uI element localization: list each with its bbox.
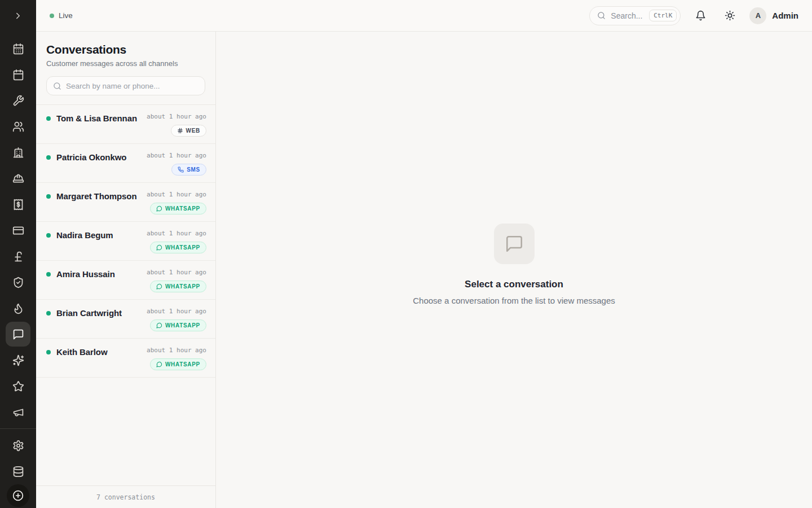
conversation-row[interactable]: Nadira Begum about 1 hour ago WHATSAPP [36, 222, 215, 261]
conversation-detail-area: Select a conversation Choose a conversat… [216, 32, 812, 508]
empty-state-subtitle: Choose a conversation from the list to v… [413, 296, 615, 305]
channel-badge: SMS [171, 164, 206, 176]
search-icon [53, 82, 61, 90]
live-status-label: Live [59, 11, 73, 20]
flame-icon [12, 303, 24, 314]
message-square-icon [12, 329, 24, 340]
nav-settings[interactable] [6, 432, 30, 458]
channel-badge-label: WHATSAPP [165, 322, 200, 329]
conversation-search [46, 76, 205, 95]
search-shortcut-badge: CtrlK [649, 10, 677, 21]
channel-badge-label: WHATSAPP [165, 244, 200, 251]
message-circle-icon [156, 361, 162, 367]
user-menu[interactable]: A Admin [749, 7, 798, 24]
conversation-search-input[interactable] [66, 82, 198, 90]
rail-nav [0, 32, 36, 484]
channel-badge: WHATSAPP [150, 358, 206, 370]
conversation-timestamp: about 1 hour ago [147, 308, 206, 315]
message-circle-icon [156, 283, 162, 290]
live-status: Live [50, 11, 73, 20]
conversation-timestamp: about 1 hour ago [147, 191, 206, 198]
phone-icon [178, 167, 184, 173]
nav-invoices[interactable] [6, 191, 30, 217]
conversation-name: Patricia Okonkwo [56, 152, 126, 162]
conversation-timestamp: about 1 hour ago [147, 230, 206, 237]
nav-reviews[interactable] [6, 373, 30, 399]
credit-card-icon [12, 225, 24, 237]
global-search-label: Search... [611, 11, 644, 20]
message-circle-icon [156, 244, 162, 251]
channel-badge: WHATSAPP [150, 203, 206, 214]
empty-state-title: Select a conversation [465, 279, 563, 290]
theme-toggle-button[interactable] [720, 6, 739, 25]
message-square-icon [505, 234, 524, 253]
nav-warranty[interactable] [6, 269, 30, 295]
nav-conversations[interactable] [6, 322, 30, 347]
channel-badge: WHATSAPP [150, 319, 206, 331]
channel-badge: WHATSAPP [150, 281, 206, 292]
conversation-row[interactable]: Tom & Lisa Brennan about 1 hour ago WEB [36, 105, 215, 144]
page-title: Conversations [46, 43, 205, 56]
nav-customers[interactable] [6, 113, 30, 139]
empty-state-icon-box [494, 224, 535, 264]
nav-pricing[interactable] [6, 243, 30, 269]
conversation-count: 7 conversations [36, 485, 215, 508]
megaphone-icon [12, 406, 24, 418]
avatar: A [749, 7, 766, 24]
wrench-icon [12, 95, 24, 107]
nav-jobs[interactable] [6, 87, 30, 113]
hard-hat-icon [12, 173, 24, 185]
global-search-button[interactable]: Search... CtrlK [589, 6, 681, 25]
conversation-name: Margaret Thompson [56, 191, 136, 201]
nav-heating[interactable] [6, 295, 30, 321]
channel-badge-label: WHATSAPP [165, 361, 200, 367]
calendar-icon [12, 69, 24, 81]
conversation-timestamp: about 1 hour ago [147, 152, 206, 159]
conversation-name: Amira Hussain [56, 269, 115, 279]
chevron-right-icon [13, 11, 23, 21]
gear-icon [12, 440, 24, 452]
page-subtitle: Customer messages across all channels [46, 59, 205, 68]
online-status-dot [46, 272, 51, 277]
sun-icon [725, 10, 735, 21]
sparkles-icon [12, 354, 24, 366]
nav-office[interactable] [6, 139, 30, 165]
channel-badge-label: WEB [186, 128, 200, 134]
channel-badge: WEB [171, 125, 206, 137]
notifications-button[interactable] [691, 6, 710, 25]
conversations-panel-header: Conversations Customer messages across a… [36, 32, 215, 104]
conversation-timestamp: about 1 hour ago [147, 347, 206, 354]
conversation-row[interactable]: Brian Cartwright about 1 hour ago WHATSA… [36, 300, 215, 339]
online-status-dot [46, 194, 51, 199]
app-rail [0, 0, 36, 508]
conversation-timestamp: about 1 hour ago [147, 113, 206, 120]
hash-icon [177, 128, 183, 134]
conversations-panel: Conversations Customer messages across a… [36, 32, 216, 508]
plus-circle-icon [12, 490, 24, 501]
create-new-button[interactable] [7, 484, 29, 507]
nav-data[interactable] [6, 458, 30, 484]
online-status-dot [46, 233, 51, 238]
users-icon [12, 121, 24, 133]
star-icon [12, 380, 24, 392]
user-name: Admin [772, 11, 798, 20]
nav-site-work[interactable] [6, 165, 30, 191]
conversation-row[interactable]: Amira Hussain about 1 hour ago WHATSAPP [36, 261, 215, 300]
conversation-list: Tom & Lisa Brennan about 1 hour ago WEB … [36, 104, 215, 485]
conversation-row[interactable]: Keith Barlow about 1 hour ago WHATSAPP [36, 339, 215, 378]
channel-badge: WHATSAPP [150, 242, 206, 253]
nav-calendar-days[interactable] [6, 36, 30, 62]
database-icon [12, 466, 24, 478]
nav-marketing[interactable] [6, 399, 30, 425]
search-icon [597, 11, 606, 20]
bell-icon [695, 10, 706, 21]
conversation-name: Keith Barlow [56, 347, 107, 357]
sidebar-expand-button[interactable] [0, 0, 36, 32]
nav-automations[interactable] [6, 347, 30, 373]
nav-calendar[interactable] [6, 62, 30, 87]
receipt-dollar-icon [12, 199, 24, 211]
conversation-row[interactable]: Margaret Thompson about 1 hour ago WHATS… [36, 183, 215, 222]
conversation-name: Brian Cartwright [56, 308, 122, 318]
conversation-row[interactable]: Patricia Okonkwo about 1 hour ago SMS [36, 144, 215, 183]
nav-payments[interactable] [6, 217, 30, 243]
